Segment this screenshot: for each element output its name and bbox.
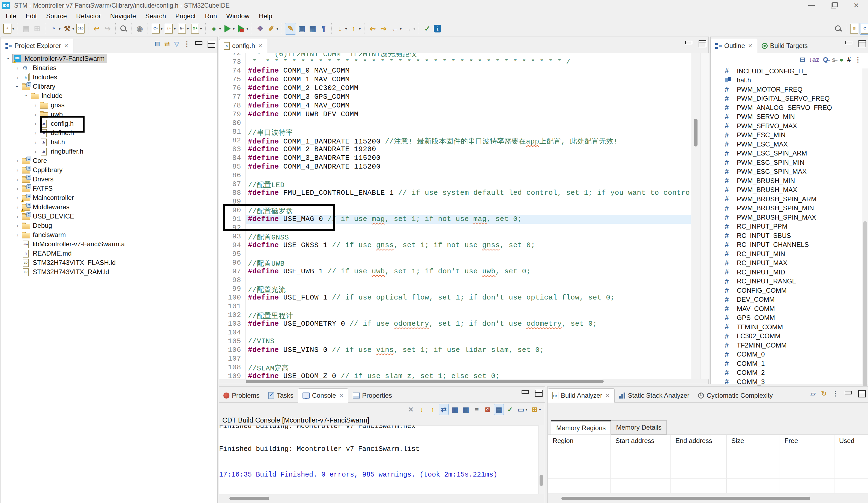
outline-item-pwm_brush_spin_max[interactable]: #PWM_BRUSH_SPIN_MAX — [711, 213, 868, 222]
close-icon[interactable]: ✕ — [258, 43, 263, 49]
show-whitespace-button[interactable]: ¶ — [318, 23, 329, 34]
chevron-collapsed-icon[interactable]: › — [14, 222, 21, 229]
outline-item-pwm_brush_min[interactable]: #PWM_BRUSH_MIN — [711, 176, 868, 185]
column-header-end-address[interactable]: End address — [675, 437, 712, 445]
ol-collapse-all-icon[interactable]: ⊟ — [800, 56, 805, 63]
tab-problems[interactable]: Problems — [219, 389, 264, 402]
next-annotation-button[interactable]: ↓▾ — [335, 23, 348, 34]
show-next-console-icon[interactable]: ↓ — [417, 404, 426, 415]
minimize-project-explorer-icon[interactable] — [195, 41, 203, 47]
display-selected-console-icon[interactable]: ▭▾ — [516, 404, 528, 415]
terminate-icon[interactable]: ✕ — [406, 404, 415, 415]
outline-item-include_config_h_[interactable]: #INCLUDE_CONFIG_H_ — [711, 66, 868, 76]
tab-static-stack-analyzer[interactable]: Static Stack Analyzer — [614, 389, 694, 402]
tree-item-middlewares[interactable]: ›CMiddlewares — [1, 202, 217, 212]
chevron-expanded-icon[interactable]: › — [5, 55, 12, 62]
console-output[interactable]: Finished building: Mcontroller-v7-FanciS… — [219, 425, 538, 494]
new-c-header-button[interactable]: h+▾ — [177, 23, 189, 34]
outline-item-tfmini_comm[interactable]: #TFMINI_COMM — [711, 322, 868, 332]
tab-outline[interactable]: Outline ✕ — [711, 39, 757, 53]
mark-occurrences-button[interactable]: ✎ — [285, 23, 296, 35]
chevron-collapsed-icon[interactable]: › — [32, 111, 39, 117]
column-header-region[interactable]: Region — [553, 437, 574, 445]
restore-window-icon[interactable] — [830, 2, 837, 9]
scrollbar-thumb[interactable] — [229, 497, 269, 500]
tab-cyclomatic-complexity[interactable]: Cyclomatic Complexity — [694, 389, 777, 402]
outline-item-pwm_digital_servo_freq[interactable]: #PWM_DIGITAL_SERVO_FREQ — [711, 94, 868, 103]
minimize-analyzer-icon[interactable] — [844, 390, 852, 397]
column-header-free[interactable]: Free — [785, 437, 798, 445]
split-console-icon[interactable]: ▥ — [451, 404, 459, 415]
tree-item-binaries[interactable]: ›⚙Binaries — [1, 63, 217, 73]
scrollbar-thumb[interactable] — [561, 497, 810, 500]
chevron-collapsed-icon[interactable]: › — [32, 130, 39, 136]
menu-file[interactable]: File — [1, 12, 21, 20]
profile-button[interactable]: ◉ — [134, 23, 145, 34]
outline-item-lc302_comm[interactable]: #LC302_COMM — [711, 332, 868, 341]
chevron-expanded-icon[interactable]: › — [14, 83, 21, 90]
chevron-collapsed-icon[interactable]: › — [14, 167, 21, 173]
show-console-log-icon[interactable]: ≡ — [472, 404, 482, 415]
outline-item-comm_1[interactable]: #COMM_1 — [711, 359, 868, 368]
chevron-collapsed-icon[interactable]: › — [32, 148, 39, 155]
ba-export-icon[interactable]: ▱ — [810, 390, 815, 398]
open-resource-button[interactable]: ❖ — [255, 23, 266, 34]
tree-item-include[interactable]: ›include — [1, 91, 217, 100]
menu-run[interactable]: Run — [200, 12, 221, 20]
outline-vertical-scrollbar[interactable] — [862, 69, 868, 384]
outline-item-rc_input_range[interactable]: #RC_INPUT_RANGE — [711, 277, 868, 286]
tree-item-ringbuffer-h[interactable]: ›.hringbuffer.h — [1, 147, 217, 156]
tab-console[interactable]: Console✕ — [298, 388, 348, 403]
subtab-memory-details[interactable]: Memory Details — [611, 420, 667, 434]
ba-view-menu-icon[interactable]: ⋮ — [832, 390, 838, 398]
tree-item-config-h[interactable]: ›.hconfig.h — [1, 119, 217, 128]
cpp-perspective-button[interactable]: C — [859, 23, 868, 35]
run-external-button[interactable]: ▾ — [236, 23, 249, 34]
tree-item-hal-h[interactable]: ›.hhal.h — [1, 137, 217, 147]
word-wrap-icon[interactable]: ⇄ — [439, 404, 449, 415]
chevron-collapsed-icon[interactable]: › — [14, 176, 21, 183]
scrollbar-thumb[interactable] — [539, 475, 543, 486]
outline-item-pwm_brush_max[interactable]: #PWM_BRUSH_MAX — [711, 185, 868, 195]
tree-item-gnss[interactable]: ›gnss — [1, 100, 217, 110]
outline-item-rc_input_sbus[interactable]: #RC_INPUT_SBUS — [711, 231, 868, 240]
forward-to-edit-button[interactable]: ⇝ — [378, 23, 389, 34]
ol-sort-icon[interactable]: ↓az — [809, 56, 819, 63]
ol-hide-inactive-icon[interactable]: # — [847, 56, 851, 63]
filter-icon[interactable]: ▽ — [174, 40, 179, 48]
menu-window[interactable]: Window — [221, 12, 254, 20]
outline-item-pwm_esc_spin_min[interactable]: #PWM_ESC_SPIN_MIN — [711, 158, 868, 167]
link-with-editor-icon[interactable]: ⇄ — [164, 40, 170, 48]
tree-item-stm32h743vitx-flash-ld[interactable]: LDSTM32H743VITX_FLASH.ld — [1, 258, 217, 267]
tree-item-clibrary[interactable]: ›CClibrary — [1, 82, 217, 91]
back-to-edit-button[interactable]: ⇜ — [368, 23, 378, 34]
code-editor[interactable]: 72 * (6)TF2MINI_COMM TF2MINI激光测距仪73 * * … — [219, 53, 691, 379]
outline-item-tf2mini_comm[interactable]: #TF2MINI_COMM — [711, 341, 868, 350]
outline-item-rc_input_mid[interactable]: #RC_INPUT_MID — [711, 268, 868, 277]
search-button[interactable] — [833, 23, 843, 34]
outline-item-mav_comm[interactable]: #MAV_COMM — [711, 304, 868, 314]
show-previous-console-icon[interactable]: ↑ — [428, 404, 437, 415]
view-menu-icon[interactable]: ⋮ — [184, 40, 190, 48]
outline-item-pwm_motor_freq[interactable]: #PWM_MOTOR_FREQ — [711, 85, 868, 94]
last-edit-location-button[interactable]: ↩ — [91, 23, 102, 34]
open-console-icon[interactable]: ⊞▾ — [530, 404, 542, 415]
ol-hide-fields-icon[interactable]: Q̶ — [823, 56, 828, 63]
ol-hide-non-public-icon[interactable]: ● — [839, 56, 844, 63]
tree-item-libmcontroller-v7-fanciswarm-a[interactable]: 010libMcontroller-v7-FanciSwarm.a — [1, 239, 217, 249]
tree-item-includes[interactable]: ›hIncludes — [1, 73, 217, 82]
chevron-collapsed-icon[interactable]: › — [14, 204, 21, 210]
tab-tasks[interactable]: Tasks — [264, 389, 298, 402]
menu-project[interactable]: Project — [171, 12, 200, 20]
outline-item-pwm_brush_spin_arm[interactable]: #PWM_BRUSH_SPIN_ARM — [711, 195, 868, 204]
lock-console-icon[interactable]: ▣ — [461, 404, 471, 415]
menu-edit[interactable]: Edit — [21, 12, 41, 20]
outline-item-rc_input_ppm[interactable]: #RC_INPUT_PPM — [711, 222, 868, 231]
tab-project-explorer[interactable]: Project Explorer ✕ — [1, 39, 73, 53]
outline-item-gps_comm[interactable]: #GPS_COMM — [711, 314, 868, 323]
tab-properties[interactable]: Properties — [348, 389, 396, 402]
new-c-source-button[interactable]: c+▾ — [164, 23, 176, 34]
outline-item-hal.h[interactable]: hal.h — [711, 76, 868, 85]
minimize-window-icon[interactable] — [808, 2, 815, 9]
editor-vertical-scrollbar[interactable] — [691, 53, 701, 379]
